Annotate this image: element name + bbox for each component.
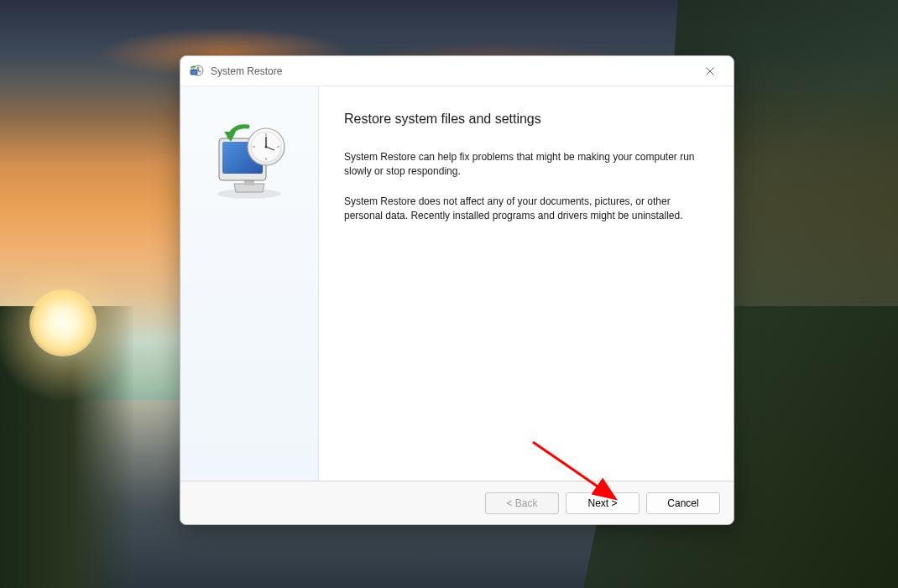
- back-button: < Back: [485, 492, 559, 514]
- svg-rect-2: [191, 70, 196, 74]
- wizard-heading: Restore system files and settings: [344, 112, 703, 127]
- titlebar[interactable]: System Restore: [180, 56, 734, 86]
- wizard-sidebar: [180, 86, 319, 481]
- wizard-main-panel: Restore system files and settings System…: [319, 86, 734, 481]
- next-button[interactable]: Next >: [566, 492, 640, 514]
- wizard-paragraph-1: System Restore can help fix problems tha…: [344, 150, 697, 180]
- close-button[interactable]: [692, 59, 728, 84]
- wizard-paragraph-2: System Restore does not affect any of yo…: [344, 195, 697, 224]
- monitor-clock-restore-icon: [207, 120, 291, 204]
- close-icon: [706, 67, 714, 75]
- system-restore-icon: [189, 64, 204, 79]
- wizard-footer: < Back Next > Cancel: [180, 481, 734, 524]
- system-restore-dialog: System Restore: [180, 55, 734, 525]
- cancel-button[interactable]: Cancel: [646, 492, 720, 514]
- dialog-title: System Restore: [211, 65, 692, 77]
- dialog-content: Restore system files and settings System…: [180, 86, 734, 481]
